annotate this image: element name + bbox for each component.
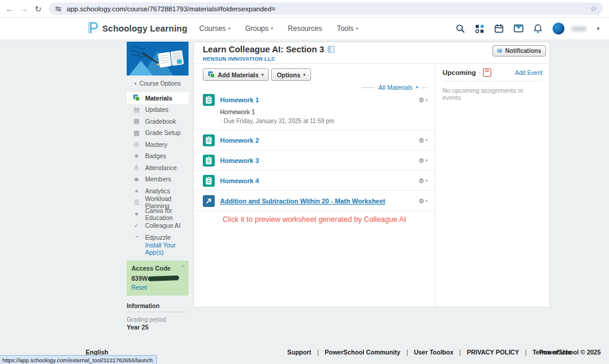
add-materials-button[interactable]: Add Materials ▾	[203, 68, 269, 81]
install-your-apps-link[interactable]: Install Your App(s)	[127, 243, 189, 255]
course-sidebar: ▾ Course Options Materials ▤ Updates ▦ G…	[127, 42, 189, 331]
materials-toolbar: Add Materials ▾ Options ▾	[203, 68, 435, 81]
footer-links: Support PowerSchool Community User Toolb…	[287, 349, 572, 356]
notifications-bell-icon[interactable]	[533, 24, 542, 33]
chevron-down-icon: ▾	[425, 98, 428, 102]
sidebar-item-label: Grade Setup	[145, 129, 181, 136]
footer-link-support[interactable]: Support	[287, 349, 311, 356]
grading-period-label: Grading period	[127, 316, 189, 323]
upcoming-header: Upcoming · 19 Add Event	[442, 68, 542, 81]
assignment-icon	[203, 134, 215, 146]
sidebar-menu: Materials ▤ Updates ▦ Gradebook ▩ Grade …	[127, 92, 189, 255]
nav-resources[interactable]: Resources	[288, 24, 322, 33]
row-options[interactable]: ⚙ ▾	[419, 137, 428, 143]
material-link[interactable]: Homework 1	[220, 96, 259, 103]
account-chevron-icon[interactable]: ▾	[597, 26, 599, 32]
chevron-down-icon: ▾	[425, 178, 428, 183]
sidebar-item-grade-setup[interactable]: ▩ Grade Setup	[127, 127, 189, 139]
upcoming-column: Upcoming · 19 Add Event No upcoming assi…	[435, 63, 550, 307]
close-icon[interactable]: ×	[181, 262, 185, 269]
chevron-down-icon: ▾	[425, 158, 428, 163]
row-options[interactable]: ⚙ ▾	[419, 197, 428, 204]
access-code-title: Access Code	[131, 265, 184, 272]
divider	[422, 87, 428, 88]
user-name-redacted	[571, 26, 586, 32]
material-row: Homework 3 ⚙ ▾	[194, 150, 435, 171]
course-organization-link[interactable]: HENSUN INNOVATION LLC	[203, 56, 275, 62]
search-icon[interactable]	[456, 24, 465, 33]
separator	[406, 349, 408, 356]
options-button[interactable]: Options ▾	[271, 68, 310, 81]
upcoming-empty-text: No upcoming assignments or events	[442, 87, 542, 101]
access-code-reset-link[interactable]: Reset	[131, 284, 184, 291]
gradebook-icon: ▦	[133, 118, 140, 124]
notifications-button[interactable]: ✉ Notifications	[492, 45, 546, 57]
assignment-icon	[203, 175, 215, 187]
separator	[525, 349, 527, 356]
attendance-icon: ♙	[133, 164, 140, 171]
course-archive-icon	[328, 46, 335, 53]
sidebar-item-attendance[interactable]: ♙ Attendance	[127, 162, 189, 174]
sidebar-item-materials[interactable]: Materials	[127, 92, 189, 104]
brand[interactable]: Schoology Learning	[87, 21, 187, 36]
forward-icon[interactable]: →	[17, 0, 31, 18]
external-tool-icon	[203, 195, 215, 207]
material-link[interactable]: Homework 3	[220, 157, 259, 164]
grade-setup-icon: ▩	[133, 130, 140, 136]
upcoming-heading: Upcoming	[442, 69, 476, 76]
gear-icon: ⚙	[419, 157, 425, 164]
assignment-icon	[203, 155, 215, 167]
nav-tools[interactable]: Tools▾	[337, 24, 358, 33]
sidebar-item-label: Mastery	[145, 141, 167, 148]
nav-courses[interactable]: Courses▾	[199, 24, 230, 33]
sidebar-item-mastery[interactable]: ◎ Mastery	[127, 139, 189, 150]
footer-link-community[interactable]: PowerSchool Community	[325, 349, 400, 356]
all-materials-filter[interactable]: All Materials	[378, 84, 412, 91]
separator: ·	[478, 70, 480, 76]
materials-list: Homework 1 ⚙ ▾ Homework 1 · Due Friday, …	[194, 93, 435, 224]
row-options[interactable]: ⚙ ▾	[419, 97, 428, 103]
calendar-icon[interactable]	[494, 24, 504, 33]
messages-icon[interactable]	[514, 24, 523, 33]
sidebar-item-label: Updates	[145, 106, 168, 113]
reload-icon[interactable]: ↻	[31, 0, 45, 18]
sidebar-item-members[interactable]: ☻ Members	[127, 174, 189, 186]
footer-link-user-toolbox[interactable]: User Toolbox	[414, 349, 453, 356]
sidebar-item-label: Members	[145, 175, 171, 183]
nav-groups[interactable]: Groups▾	[245, 24, 273, 33]
header-actions: ▾	[456, 23, 599, 34]
material-link[interactable]: Homework 4	[220, 177, 259, 184]
site-settings-icon[interactable]	[55, 5, 62, 12]
material-link[interactable]: Addition and Subtraction Within 20 - Mat…	[220, 197, 385, 205]
chevron-down-icon: ▾	[134, 81, 137, 86]
address-bar[interactable]: app.schoology.com/course/7672881793/mate…	[49, 2, 603, 15]
course-thumbnail[interactable]	[127, 42, 189, 76]
browser-toolbar: ← → ↻ app.schoology.com/course/767288179…	[0, 0, 609, 18]
sidebar-item-updates[interactable]: ▤ Updates	[127, 104, 189, 116]
sidebar-item-canva[interactable]: ● Canva for Education	[127, 208, 189, 220]
updates-icon: ▤	[133, 106, 140, 113]
material-link[interactable]: Homework 2	[220, 137, 259, 144]
course-header: Learn Colleague AI: Section 3 HENSUN INN…	[194, 42, 550, 64]
sidebar-item-gradebook[interactable]: ▦ Gradebook	[127, 115, 189, 127]
row-options[interactable]: ⚙ ▾	[419, 177, 428, 184]
material-row: Homework 4 ⚙ ▾	[194, 171, 435, 191]
sidebar-item-badges[interactable]: ★ Badges	[127, 150, 189, 162]
assignment-subtitle: Homework 1	[220, 108, 435, 115]
envelope-icon: ✉	[497, 48, 502, 54]
material-row: Homework 1 ⚙ ▾	[194, 93, 435, 107]
user-avatar[interactable]	[553, 23, 564, 34]
footer-link-privacy-policy[interactable]: PRIVACY POLICY	[467, 349, 519, 356]
bookmark-star-icon[interactable]: ☆	[590, 4, 597, 13]
sidebar-item-label: Attendance	[145, 164, 177, 171]
powerschool-logo-icon	[87, 21, 99, 36]
sidebar-item-label: Analytics	[145, 187, 170, 194]
add-event-link[interactable]: Add Event	[515, 70, 542, 76]
calendar-day-icon: 19	[483, 68, 491, 77]
back-icon[interactable]: ←	[2, 0, 17, 18]
chevron-down-icon[interactable]: ▾	[416, 85, 418, 90]
row-options[interactable]: ⚙ ▾	[419, 157, 428, 164]
sidebar-item-colleague-ai[interactable]: ✓ Colleague AI	[127, 220, 189, 232]
apps-grid-icon[interactable]	[475, 24, 484, 33]
course-options-toggle[interactable]: ▾ Course Options	[127, 79, 189, 88]
